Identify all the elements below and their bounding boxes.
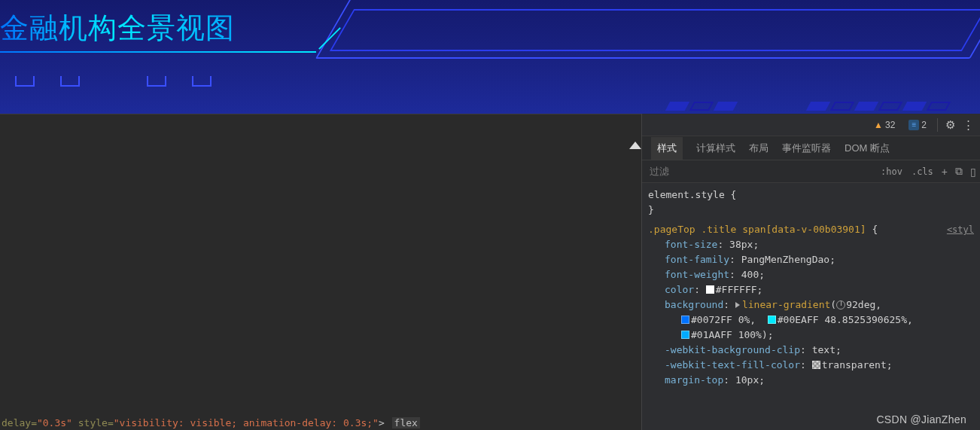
styles-filter-row: :hov .cls + ⧉ ▯: [642, 160, 980, 183]
info-icon: ≡: [908, 120, 919, 130]
color-swatch[interactable]: [812, 361, 820, 369]
page-banner: 金融机构全景视图: [0, 0, 980, 114]
color-swatch[interactable]: [706, 285, 714, 294]
css-declaration[interactable]: font-weight: 400;: [648, 267, 974, 282]
css-declaration[interactable]: font-family: PangMenZhengDao;: [648, 252, 974, 267]
info-badge[interactable]: ≡ 2: [905, 118, 930, 132]
banner-frame-inner: [330, 9, 980, 51]
css-declaration[interactable]: -webkit-text-fill-color: transparent;: [648, 358, 974, 373]
gradient-stops-line[interactable]: #0072FF 0%, #00EAFF 48.8525390625%,: [648, 313, 974, 328]
attr-value: "visibility: visible; animation-delay: 0…: [114, 417, 379, 428]
gradient-stops-line[interactable]: #01AAFF 100%);: [648, 328, 974, 343]
banner-decoration-brackets: [147, 76, 212, 87]
css-declaration[interactable]: margin-top: 10px;: [648, 373, 974, 388]
tab-event-listeners[interactable]: 事件监听器: [782, 142, 831, 155]
new-style-rule-icon[interactable]: +: [938, 166, 951, 178]
kebab-icon[interactable]: ⋮: [963, 118, 974, 132]
warnings-badge[interactable]: ▲ 32: [871, 118, 898, 132]
css-declaration[interactable]: color: #FFFFFF;: [648, 282, 974, 297]
css-declaration[interactable]: font-size: 38px;: [648, 237, 974, 252]
css-declaration[interactable]: background: linear-gradient(92deg,: [648, 297, 974, 313]
flex-badge[interactable]: flex: [392, 417, 420, 428]
banner-decoration-dashes: [668, 102, 735, 111]
hover-toggle[interactable]: :hov: [876, 166, 907, 177]
elements-panel[interactable]: delay="0.3s" style="visibility: visible;…: [0, 114, 641, 430]
banner-decoration-brackets: [15, 76, 80, 87]
tab-layout[interactable]: 布局: [749, 142, 768, 155]
expand-icon[interactable]: [735, 302, 740, 308]
source-link[interactable]: <styl: [947, 222, 974, 237]
warnings-count: 32: [885, 120, 895, 130]
rule-header[interactable]: .pageTop .title span[data-v-00b03901] { …: [648, 222, 974, 237]
styles-tabs: 样式 计算样式 布局 事件监听器 DOM 断点: [642, 136, 980, 160]
attr-value: "0.3s": [37, 417, 72, 428]
banner-decoration-dashes: [808, 102, 948, 111]
info-count: 2: [921, 120, 927, 130]
styles-panel: ▲ 32 ≡ 2 ⚙ ⋮ 样式 计算样式 布局 事件监听器 DOM 断点 :ho…: [641, 114, 980, 430]
page-title: 金融机构全景视图: [0, 9, 235, 47]
devtools-toolbar: ▲ 32 ≡ 2 ⚙ ⋮: [642, 114, 980, 136]
css-declaration[interactable]: -webkit-background-clip: text;: [648, 343, 974, 358]
tab-styles[interactable]: 样式: [651, 137, 683, 160]
gear-icon[interactable]: ⚙: [945, 118, 955, 132]
color-swatch[interactable]: [768, 316, 776, 324]
styles-rules[interactable]: element.style { } .pageTop .title span[d…: [642, 183, 980, 430]
angle-swatch[interactable]: [836, 300, 845, 310]
cls-toggle[interactable]: .cls: [907, 166, 938, 177]
selector: element.style: [648, 189, 725, 200]
toggle-rendering-icon[interactable]: ▯: [966, 166, 980, 178]
elements-code-fragment[interactable]: delay="0.3s" style="visibility: visible;…: [2, 417, 420, 428]
computed-sidebar-icon[interactable]: ⧉: [951, 165, 966, 178]
tab-computed[interactable]: 计算样式: [696, 142, 735, 155]
title-underline: [0, 51, 316, 53]
tab-dom-breakpoints[interactable]: DOM 断点: [845, 142, 890, 155]
element-style-rule[interactable]: element.style { }: [648, 188, 974, 218]
scroll-up-icon[interactable]: [629, 142, 641, 149]
devtools-area: delay="0.3s" style="visibility: visible;…: [0, 114, 980, 430]
divider: [937, 118, 938, 132]
color-swatch[interactable]: [681, 331, 689, 339]
styles-filter-input[interactable]: [642, 166, 876, 177]
watermark: CSDN @JianZhen: [876, 413, 966, 425]
color-swatch[interactable]: [681, 316, 689, 324]
warning-icon: ▲: [874, 120, 883, 130]
